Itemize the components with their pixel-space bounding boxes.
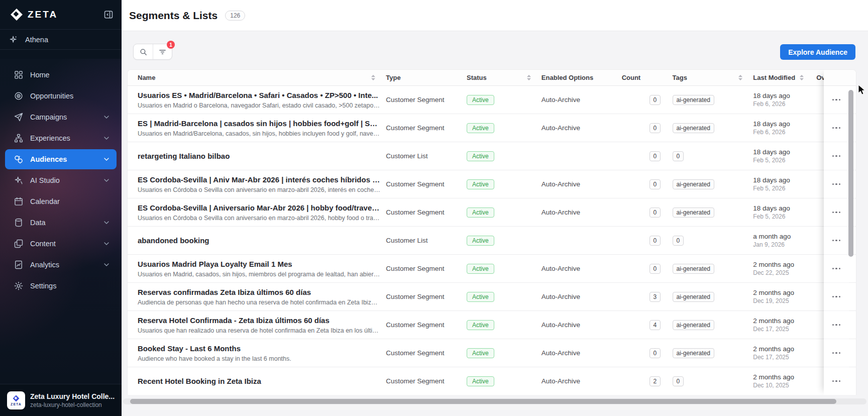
sidebar-item-campaigns[interactable]: Campaigns (5, 107, 117, 127)
tag-chip: 0 (673, 151, 684, 161)
row-more-options-button[interactable] (824, 367, 849, 395)
sort-icon[interactable] (526, 74, 531, 81)
sidebar-item-data[interactable]: Data (5, 213, 117, 233)
collapse-sidebar-icon[interactable] (103, 10, 114, 20)
table-row[interactable]: Usuarios Madrid Playa Loyalty Email 1 Me… (128, 255, 856, 283)
table-row[interactable]: Reserva Hotel Confirmada - Zeta Ibiza úl… (128, 311, 856, 339)
segment-name[interactable]: retargeting Italiano bilbao (138, 151, 381, 161)
segment-type: Customer Segment (381, 367, 462, 395)
sidebar-item-home[interactable]: Home (5, 65, 117, 85)
sidebar-item-ai-studio[interactable]: AI Studio (5, 170, 117, 190)
row-more-options-button[interactable] (824, 227, 849, 255)
table-row[interactable]: abandoned booking Customer List Active 0… (128, 227, 856, 255)
last-modified-relative: 2 months ago (753, 317, 809, 325)
table-row[interactable]: Recent Hotel Booking in Zeta Ibiza Custo… (128, 367, 856, 395)
segment-type: Customer Segment (381, 255, 462, 282)
tag-chip: ai-generated (673, 95, 714, 105)
row-more-options-button[interactable] (824, 339, 849, 367)
count-chip: 0 (649, 123, 661, 133)
sidebar-item-calendar[interactable]: Calendar (5, 191, 117, 212)
table-row[interactable]: retargeting Italiano bilbao Customer Lis… (128, 142, 856, 170)
status-badge: Active (467, 264, 494, 274)
segment-name[interactable]: ES Cordoba-Sevilla | Aniversario Mar-Abr… (138, 203, 381, 213)
segment-name[interactable]: abandoned booking (138, 236, 381, 245)
row-more-options-button[interactable] (824, 86, 849, 114)
table-row[interactable]: ES Cordoba-Sevilla | Aniv Mar-Abr 2026 |… (128, 170, 856, 198)
last-modified-date: Dec 17, 2025 (753, 326, 809, 333)
segment-description: Audience who have booked a stay in the l… (138, 355, 381, 363)
sitemap-icon (14, 133, 24, 143)
segment-name[interactable]: Usuarios Madrid Playa Loyalty Email 1 Me… (138, 259, 381, 269)
sidebar-item-label: Campaigns (30, 113, 102, 121)
row-more-options-button[interactable] (824, 255, 849, 283)
row-more-options-button[interactable] (824, 170, 849, 198)
segment-name[interactable]: Recent Hotel Booking in Zeta Ibiza (138, 376, 381, 386)
row-actions-column (824, 70, 849, 395)
table-row[interactable]: Booked Stay - Last 6 Months Audience who… (128, 339, 856, 367)
chevron-down-icon (102, 219, 111, 227)
sidebar-item-label: Content (30, 240, 102, 248)
sidebar-item-settings[interactable]: Settings (5, 276, 117, 296)
ellipsis-icon (832, 155, 834, 157)
sidebar-item-label: Data (30, 219, 102, 227)
segment-description: Usuarios que han realizado una reserva d… (138, 327, 381, 335)
sparkle-icon (9, 35, 19, 45)
horizontal-scrollbar-thumb[interactable] (130, 399, 836, 404)
database-icon (14, 218, 24, 228)
row-more-options-button[interactable] (824, 198, 849, 227)
row-more-options-button[interactable] (824, 311, 849, 339)
tag-chip: ai-generated (673, 207, 714, 218)
send-icon (14, 112, 24, 122)
search-button[interactable] (134, 44, 153, 59)
status-badge: Active (467, 348, 494, 358)
actions-column-header (824, 70, 849, 86)
sidebar-item-audiences[interactable]: Audiences (5, 149, 117, 169)
sidebar-item-opportunities[interactable]: Opportunities (5, 86, 117, 106)
explore-audience-button[interactable]: Explore Audience (780, 44, 855, 60)
column-header-name[interactable]: Name (128, 70, 381, 85)
sidebar-item-experiences[interactable]: Experiences (5, 128, 117, 148)
segment-name[interactable]: Usuarios ES • Madrid/Barcelona • Safari … (138, 90, 381, 100)
table-row[interactable]: ES Cordoba-Sevilla | Aniversario Mar-Abr… (128, 198, 856, 227)
count-chip: 0 (649, 151, 661, 161)
row-more-options-button[interactable] (824, 283, 849, 311)
segment-name[interactable]: ES | Madrid-Barcelona | casados sin hijo… (138, 119, 381, 128)
horizontal-scrollbar[interactable] (123, 398, 866, 404)
status-badge: Active (467, 95, 494, 105)
sort-icon[interactable] (799, 74, 804, 81)
tag-chip: ai-generated (673, 123, 714, 133)
segment-name[interactable]: Booked Stay - Last 6 Months (138, 344, 381, 353)
vertical-scrollbar-thumb[interactable] (848, 90, 853, 257)
segment-name[interactable]: ES Cordoba-Sevilla | Aniv Mar-Abr 2026 |… (138, 175, 381, 184)
row-more-options-button[interactable] (824, 114, 849, 142)
sidebar-item-analytics[interactable]: Analytics (5, 255, 117, 275)
ellipsis-icon (832, 183, 834, 185)
enabled-options: Auto-Archive (536, 367, 617, 395)
sidebar-item-content[interactable]: Content (5, 234, 117, 254)
vertical-scrollbar[interactable] (848, 88, 854, 392)
main-content: 1 Explore Audience NameTypeStatusEnabled… (122, 31, 868, 416)
row-more-options-button[interactable] (824, 142, 849, 170)
table-row[interactable]: Usuarios ES • Madrid/Barcelona • Safari … (128, 86, 856, 114)
column-header-tags[interactable]: Tags (667, 70, 748, 85)
enabled-options: Auto-Archive (536, 170, 617, 198)
sidebar-item-athena[interactable]: Athena (0, 30, 122, 50)
sort-icon[interactable] (371, 74, 376, 81)
column-header-status[interactable]: Status (462, 70, 536, 85)
ellipsis-icon (832, 380, 834, 382)
sort-icon[interactable] (738, 74, 743, 81)
ellipsis-icon (832, 240, 834, 242)
sidebar-item-label: Analytics (30, 261, 102, 269)
segment-name[interactable]: Reservas confirmadas Zeta Ibiza últimos … (138, 287, 381, 297)
last-modified-date: Feb 6, 2026 (753, 129, 809, 136)
segment-name[interactable]: Reserva Hotel Confirmada - Zeta Ibiza úl… (138, 316, 381, 325)
segment-type: Customer List (381, 227, 462, 254)
tag-chip: 0 (673, 376, 684, 386)
sidebar-item-label: Athena (25, 36, 116, 44)
segment-type: Customer List (381, 142, 462, 170)
workspace-switcher[interactable]: ZETA Zeta Luxury Hotel Colle... zeta-lux… (0, 384, 122, 416)
count-chip: 0 (649, 179, 661, 189)
table-row[interactable]: Reservas confirmadas Zeta Ibiza últimos … (128, 283, 856, 311)
column-header-last-modified[interactable]: Last Modified (748, 70, 809, 85)
table-row[interactable]: ES | Madrid-Barcelona | casados sin hijo… (128, 114, 856, 142)
